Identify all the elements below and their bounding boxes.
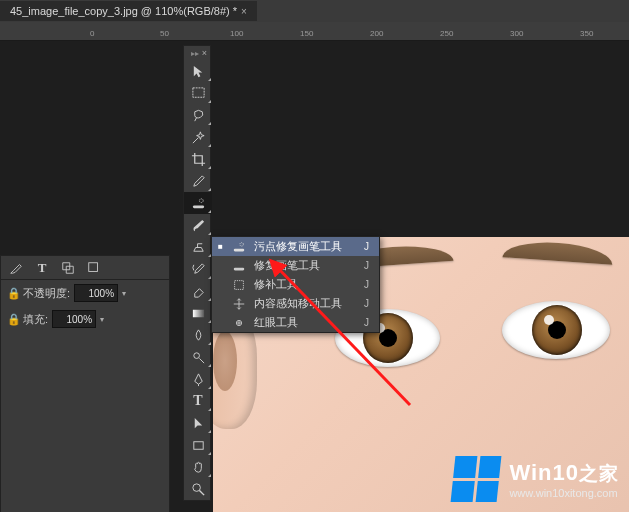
fill-row: 🔒 填充: 100% ▾	[1, 306, 169, 332]
crop-tool[interactable]	[184, 148, 212, 170]
pen-tool[interactable]	[184, 368, 212, 390]
svg-rect-11	[235, 280, 244, 289]
flyout-shortcut: J	[364, 279, 369, 290]
svg-rect-6	[193, 441, 202, 449]
shape-icon[interactable]	[87, 261, 101, 275]
healing-tools-flyout: ■ 污点修复画笔工具 J 修复画笔工具 J 修补工具 J 内容感知移动工具 J …	[211, 236, 380, 333]
flyout-shortcut: J	[364, 317, 369, 328]
document-tab[interactable]: 45_image_file_copy_3.jpg @ 110%(RGB/8#) …	[0, 1, 257, 21]
flyout-shortcut: J	[364, 241, 369, 252]
lock-icon[interactable]: 🔒	[7, 313, 19, 326]
path-selection-tool[interactable]	[184, 412, 212, 434]
watermark-url: www.win10xitong.com	[509, 487, 619, 499]
opacity-label: 不透明度:	[23, 286, 70, 301]
svg-rect-10	[234, 267, 245, 270]
eyedropper-tool[interactable]	[184, 170, 212, 192]
flyout-patch-tool[interactable]: 修补工具 J	[212, 275, 379, 294]
hand-tool[interactable]	[184, 456, 212, 478]
history-brush-tool[interactable]	[184, 258, 212, 280]
layer-properties-panel: T 🔒 不透明度: 100% ▾ 🔒 填充: 100% ▾	[0, 255, 170, 512]
dodge-tool[interactable]	[184, 346, 212, 368]
flyout-label: 修补工具	[254, 277, 342, 292]
spot-healing-brush-tool[interactable]	[184, 192, 212, 214]
panel-toolbar: T	[1, 256, 169, 280]
toolbox-header: ▸▸ ×	[184, 46, 210, 60]
fill-value[interactable]: 100%	[52, 310, 96, 328]
svg-point-9	[240, 242, 244, 246]
collapse-icon[interactable]: ▸▸	[191, 49, 199, 58]
gradient-tool[interactable]	[184, 302, 212, 324]
patch-icon	[232, 278, 246, 292]
brush-tool[interactable]	[184, 214, 212, 236]
pen-icon[interactable]	[9, 261, 23, 275]
svg-rect-1	[192, 87, 203, 96]
ruler-mark: 50	[160, 29, 169, 38]
svg-rect-2	[192, 205, 203, 208]
zoom-tool[interactable]	[184, 478, 212, 500]
ruler-mark: 300	[510, 29, 523, 38]
ruler-mark: 350	[580, 29, 593, 38]
face-eyebrow	[503, 239, 614, 265]
document-tab-bar: 45_image_file_copy_3.jpg @ 110%(RGB/8#) …	[0, 0, 629, 22]
opacity-value[interactable]: 100%	[74, 284, 118, 302]
dropdown-icon[interactable]: ▾	[100, 315, 104, 324]
flyout-shortcut: J	[364, 298, 369, 309]
content-aware-move-icon	[232, 297, 246, 311]
ruler-mark: 150	[300, 29, 313, 38]
move-tool[interactable]	[184, 60, 212, 82]
svg-point-5	[193, 352, 199, 358]
ruler-mark: 250	[440, 29, 453, 38]
type-tool[interactable]: T	[184, 390, 212, 412]
ruler-mark: 200	[370, 29, 383, 38]
svg-point-3	[199, 198, 203, 202]
watermark-title: Win10之家	[509, 460, 619, 487]
flyout-content-aware-move[interactable]: 内容感知移动工具 J	[212, 294, 379, 313]
flyout-label: 污点修复画笔工具	[254, 239, 342, 254]
blur-tool[interactable]	[184, 324, 212, 346]
canvas-area: T 🔒 不透明度: 100% ▾ 🔒 填充: 100% ▾ ▸▸ ×	[0, 41, 629, 512]
flyout-label: 内容感知移动工具	[254, 296, 342, 311]
horizontal-ruler: 0 50 100 150 200 250 300 350	[0, 22, 629, 41]
close-icon[interactable]: ×	[202, 48, 207, 58]
svg-point-7	[192, 483, 200, 491]
type-icon[interactable]: T	[35, 261, 49, 275]
face-eye	[502, 301, 610, 359]
svg-rect-4	[192, 309, 203, 317]
active-indicator-icon: ■	[218, 242, 224, 251]
lock-icon[interactable]: 🔒	[7, 287, 19, 300]
magic-wand-tool[interactable]	[184, 126, 212, 148]
fill-label: 填充:	[23, 312, 48, 327]
svg-rect-0	[89, 262, 98, 271]
opacity-row: 🔒 不透明度: 100% ▾	[1, 280, 169, 306]
ruler-mark: 0	[90, 29, 94, 38]
flyout-red-eye-tool[interactable]: 红眼工具 J	[212, 313, 379, 332]
flyout-healing-brush[interactable]: 修复画笔工具 J	[212, 256, 379, 275]
document-title: 45_image_file_copy_3.jpg @ 110%(RGB/8#) …	[10, 5, 237, 17]
lasso-tool[interactable]	[184, 104, 212, 126]
ruler-mark: 100	[230, 29, 243, 38]
flyout-spot-healing-brush[interactable]: ■ 污点修复画笔工具 J	[212, 237, 379, 256]
spot-heal-icon	[232, 240, 246, 254]
rectangle-tool[interactable]	[184, 434, 212, 456]
close-icon[interactable]: ×	[241, 6, 247, 17]
healing-brush-icon	[232, 259, 246, 273]
windows-logo-icon	[451, 456, 502, 502]
flyout-label: 修复画笔工具	[254, 258, 342, 273]
watermark: Win10之家 www.win10xitong.com	[453, 456, 619, 502]
dropdown-icon[interactable]: ▾	[122, 289, 126, 298]
flyout-shortcut: J	[364, 260, 369, 271]
flyout-label: 红眼工具	[254, 315, 342, 330]
clone-stamp-tool[interactable]	[184, 236, 212, 258]
path-icon[interactable]	[61, 261, 75, 275]
svg-rect-8	[234, 248, 245, 251]
rectangular-marquee-tool[interactable]	[184, 82, 212, 104]
eraser-tool[interactable]	[184, 280, 212, 302]
toolbox: ▸▸ × T	[183, 45, 211, 501]
red-eye-icon	[232, 316, 246, 330]
